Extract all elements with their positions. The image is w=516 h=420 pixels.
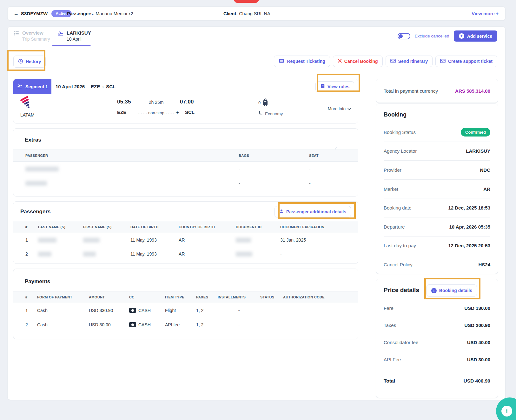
total-currency-value: ARS 585,314.00 bbox=[455, 88, 490, 94]
booking-row-label: Market bbox=[384, 186, 398, 192]
header-passengers: Passengers: Mariano Menini x2 bbox=[67, 11, 133, 16]
payment-amount: USD 30.00 bbox=[89, 322, 129, 327]
payment-item-type: Flight bbox=[165, 308, 196, 313]
view-more-link[interactable]: View more + bbox=[472, 11, 499, 16]
plus-circle-icon: + bbox=[459, 33, 464, 39]
redacted-first-name bbox=[83, 238, 100, 243]
redacted-first-name bbox=[83, 252, 96, 257]
send-itinerary-button[interactable]: Send Itinerary bbox=[386, 56, 433, 67]
price-row-value: USD 40.00 bbox=[467, 340, 490, 345]
payments-col-installments: INSTALLMENTS bbox=[218, 295, 260, 299]
exclude-cancelled-label: Exclude cancelled bbox=[415, 34, 449, 38]
booking-row-label: Cancel Policy bbox=[384, 262, 413, 267]
tab-segment[interactable]: LARKISUY 10 April bbox=[57, 30, 91, 42]
segment-tab-label: Segment 1 bbox=[25, 84, 48, 89]
cancel-booking-label: Cancel Booking bbox=[344, 59, 378, 64]
passenger-dob: 11 May, 1993 bbox=[130, 237, 179, 243]
payment-num: 2 bbox=[25, 322, 37, 327]
view-rules-button[interactable]: View rules bbox=[315, 81, 354, 92]
create-support-ticket-label: Create support ticket bbox=[448, 59, 493, 64]
plane-icon: ✈ bbox=[175, 110, 179, 115]
cancel-booking-button[interactable]: Cancel Booking bbox=[333, 56, 383, 67]
header-client: Client: Chang SRL NA bbox=[223, 11, 270, 16]
passengers-table-header: # LAST NAME (S) FIRST NAME (S) DATE OF B… bbox=[13, 221, 358, 233]
segment-card: Segment 1 10 April 2026 - EZE › SCL View… bbox=[13, 79, 358, 123]
passenger-country: AR bbox=[179, 237, 236, 243]
passenger-country: AR bbox=[179, 251, 236, 257]
history-label: History bbox=[26, 59, 41, 64]
tab-overview-subtitle: Trip Summary bbox=[22, 36, 50, 42]
payment-paxes: 1, 2 bbox=[196, 308, 218, 313]
stops-dashes-left: - - - - bbox=[138, 110, 147, 115]
booking-row-label: Departure bbox=[384, 224, 405, 230]
extras-seat-value: - bbox=[309, 166, 346, 171]
envelope-icon bbox=[390, 59, 396, 64]
booking-row-value: 12 Dec, 2025 18:53 bbox=[448, 205, 490, 210]
seat-icon bbox=[258, 111, 263, 117]
segment-tab[interactable]: Segment 1 bbox=[13, 79, 51, 94]
help-info-button[interactable]: i bbox=[496, 397, 516, 420]
payments-card: Payments # FORM OF PAYMENT AMOUNT CC ITE… bbox=[13, 269, 358, 339]
chevron-down-icon bbox=[347, 106, 351, 111]
book-icon bbox=[320, 83, 325, 90]
add-service-button[interactable]: + Add service bbox=[454, 30, 497, 42]
send-itinerary-label: Send Itinerary bbox=[398, 59, 428, 64]
request-ticketing-button[interactable]: Request Ticketing bbox=[274, 56, 330, 67]
tab-segment-subtitle: 10 April bbox=[67, 36, 91, 42]
passenger-num: 1 bbox=[25, 237, 38, 243]
payments-col-status: STATUS bbox=[260, 295, 283, 299]
price-rows: Fare USD 130.00 Taxes USD 200.90 Consoli… bbox=[384, 299, 490, 368]
passenger-additional-details-button[interactable]: Passenger additional details bbox=[275, 206, 351, 217]
table-row: - - bbox=[13, 176, 358, 190]
extras-col-seat: SEAT bbox=[309, 154, 346, 157]
passengers-col-exp: DOCUMENT EXPIRATION bbox=[280, 225, 346, 229]
price-row-label: API Fee bbox=[384, 357, 401, 362]
flight-takeoff-icon bbox=[57, 30, 64, 42]
passenger-doc-expiration: 31 Jan, 2025 bbox=[280, 237, 346, 243]
segment-route-title: 10 April 2026 - EZE › SCL bbox=[56, 84, 116, 89]
passengers-label: Passengers: bbox=[67, 11, 94, 16]
payments-col-amount: AMOUNT bbox=[89, 295, 129, 299]
cabin-class: Economy bbox=[258, 111, 283, 117]
client-label: Client: bbox=[223, 11, 238, 16]
booking-row-value: 12 Dec, 2025 20:53 bbox=[448, 243, 490, 248]
flight-duration: 2h 25m bbox=[136, 100, 177, 105]
booking-row-label: Booking Status bbox=[384, 130, 416, 135]
booking-details-button[interactable]: i Booking details bbox=[427, 284, 477, 297]
booking-header: ← S8DFYMZW Active Passengers: Mariano Me… bbox=[7, 6, 506, 21]
redacted-passenger-name bbox=[25, 181, 47, 186]
booking-info-card: Booking Booking Status Confirmed Agency … bbox=[376, 103, 498, 274]
passengers-col-num: # bbox=[25, 225, 38, 229]
create-support-ticket-button[interactable]: Create support ticket bbox=[435, 56, 497, 67]
history-button[interactable]: History bbox=[13, 56, 46, 68]
x-icon bbox=[338, 59, 342, 64]
price-total-label: Total bbox=[384, 378, 395, 384]
stops-indicator: - - - - non-stop - - - - ✈ bbox=[130, 110, 187, 115]
exclude-cancelled-toggle[interactable] bbox=[398, 33, 410, 39]
back-icon[interactable]: ← bbox=[14, 11, 19, 17]
arrival-time: 07:00 bbox=[180, 99, 194, 105]
price-row-label: Consolidator fee bbox=[384, 340, 418, 345]
redacted-document-id bbox=[236, 252, 252, 257]
tab-overview[interactable]: Overview Trip Summary bbox=[14, 30, 50, 42]
payments-col-auth: AUTHORIZATION CODE bbox=[283, 295, 346, 299]
payments-table-header: # FORM OF PAYMENT AMOUNT CC ITEM TYPE PA… bbox=[13, 291, 358, 303]
clock-icon bbox=[18, 59, 23, 65]
payment-paxes: 1, 2 bbox=[196, 322, 218, 327]
departure-code: EZE bbox=[117, 110, 126, 115]
table-row: 1 11 May, 1993 AR 31 Jan, 2025 bbox=[13, 233, 358, 247]
booking-row-label: Agency Locator bbox=[384, 148, 417, 154]
notification-pill bbox=[234, 0, 259, 3]
extras-bags-value: - bbox=[239, 181, 309, 186]
passengers-col-doc: DOCUMENT ID bbox=[236, 225, 280, 229]
booking-row: Cancel Policy HS24 bbox=[384, 255, 490, 274]
more-info-link[interactable]: More info bbox=[328, 106, 351, 111]
price-row-value: USD 130.00 bbox=[464, 305, 490, 311]
booking-row-label: Provider bbox=[384, 167, 401, 173]
redacted-last-name bbox=[38, 252, 51, 257]
booking-row: Provider NDC bbox=[384, 161, 490, 180]
passenger-dob: 11 May, 1993 bbox=[130, 251, 179, 257]
payments-col-paxes: PAXES bbox=[196, 295, 218, 299]
booking-row-value: NDC bbox=[480, 167, 491, 173]
booking-title: Booking bbox=[384, 111, 407, 118]
